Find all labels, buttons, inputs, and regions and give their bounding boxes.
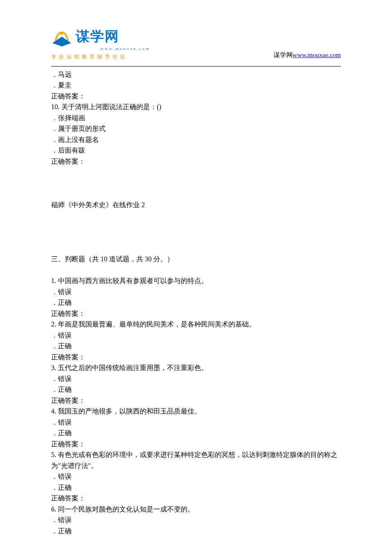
document-content: ．马远 ．夏圭 正确答案： 10. 关于清明上河图说法正确的是：() ．张择端画… [0,66,392,537]
section-title: 三、判断题（共 10 道试题，共 30 分。） [51,254,341,265]
logo-icon [51,30,72,47]
option-text: ．正确 [51,482,341,493]
logo-block: 谋学网 www.mouxue.com 专业远程教育辅导社区 [51,26,150,61]
page-header: 谋学网 www.mouxue.com 专业远程教育辅导社区 谋学网www.mou… [0,0,392,61]
option-text: ．正确 [51,384,341,395]
question-prompt: 10. 关于清明上河图说法正确的是：() [51,101,341,113]
option-text: ．张择端画 [51,113,341,124]
answer-label: 正确答案： [51,352,341,363]
question-prompt: 4. 我国玉的产地很多，以陕西的和田玉品质最佳。 [51,406,341,417]
question-prompt: 6. 同一个民族对颜色的文化认知是一成不变的。 [51,504,341,515]
answer-label: 正确答案： [51,493,341,504]
answer-label: 正确答案： [51,156,341,167]
answer-label: 正确答案： [51,91,341,102]
logo-tagline: 专业远程教育辅导社区 [51,53,150,61]
option-text: ．正确 [51,297,341,308]
question-prompt: 1. 中国画与西方画比较具有参观者可以参与的特点。 [51,275,341,286]
answer-label: 正确答案： [51,308,341,319]
assignment-title: 福师《中外美术史》在线作业 2 [51,199,341,211]
option-text: ．夏圭 [51,80,341,91]
logo-top-row: 谋学网 www.mouxue.com [51,26,150,52]
question-prompt: 3. 五代之后的中国传统绘画注重用墨，不注重彩色。 [51,362,341,373]
option-text: ．错误 [51,330,341,341]
logo-text-col: 谋学网 www.mouxue.com [76,26,150,52]
site-link[interactable]: www.mouxue.com [293,52,341,58]
logo-text: 谋学网 [76,26,150,47]
svg-point-0 [61,32,63,35]
option-text: ．错误 [51,373,341,384]
option-text: ．马远 [51,69,341,80]
site-reference: 谋学网www.mouxue.com [274,50,341,61]
option-text: ．正确 [51,341,341,352]
site-label: 谋学网 [274,52,293,58]
option-text: ．错误 [51,417,341,428]
question-prompt: 5. 有色光或有色彩的环境中，或要求进行某种特定色彩的冥想，以达到刺激特定腺体的… [51,449,341,471]
answer-label: 正确答案： [51,439,341,450]
option-text: ．画上没有题名 [51,134,341,145]
question-prompt: 2. 年画是我国最普遍、最单纯的民间美术，是各种民间美术的基础。 [51,319,341,330]
option-text: ．错误 [51,471,341,482]
option-text: ．正确 [51,428,341,439]
logo-url: www.mouxue.com [101,46,150,52]
option-text: ．后面有跋 [51,145,341,156]
option-text: ．属于册页的形式 [51,123,341,134]
option-text: ．错误 [51,286,341,298]
option-text: ．正确 [51,526,341,537]
answer-label: 正确答案： [51,395,341,406]
option-text: ．错误 [51,515,341,526]
